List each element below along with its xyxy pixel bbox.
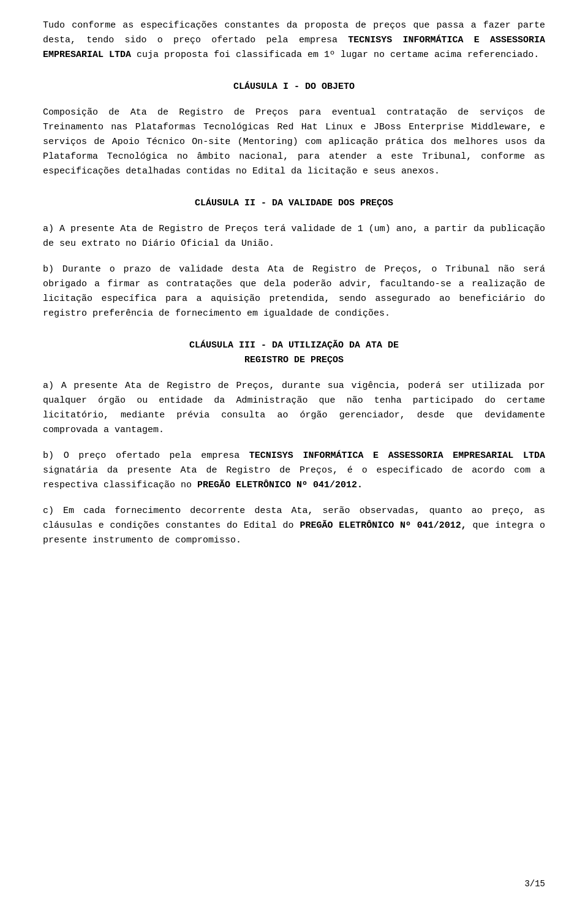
page-container: Tudo conforme as especificações constant… [0,0,588,901]
clausula3-title: CLÁUSULA III - DA UTILIZAÇÃO DA ATA DE R… [43,338,545,368]
clausula1-text: Composição de Ata de Registro de Preços … [43,105,545,179]
clausula3-para-c: c) Em cada fornecimento decorrente desta… [43,504,545,548]
pregao-ref-1: PREGÃO ELETRÔNICO Nº 041/2012. [197,480,363,490]
page-number: 3/15 [524,879,545,889]
intro-paragraph: Tudo conforme as especificações constant… [43,18,545,63]
clausula2-para-b: b) Durante o prazo de validade desta Ata… [43,262,545,321]
company-name-2: TECNISYS INFORMÁTICA E ASSESSORIA EMPRES… [249,450,545,461]
clausula3-para-a: a) A presente Ata de Registro de Preços,… [43,379,545,438]
clausula2-title: CLÁUSULA II - DA VALIDADE DOS PREÇOS [43,196,545,211]
company-name-1: TECNISYS INFORMÁTICA E ASSESSORIA EMPRES… [43,35,545,60]
pregao-ref-2: PREGÃO ELETRÔNICO Nº 041/2012, [300,520,466,531]
clausula3-para-b: b) O preço ofertado pela empresa TECNISY… [43,449,545,493]
clausula2-para-a: a) A presente Ata de Registro de Preços … [43,222,545,251]
clausula1-title: CLÁUSULA I - DO OBJETO [43,80,545,94]
